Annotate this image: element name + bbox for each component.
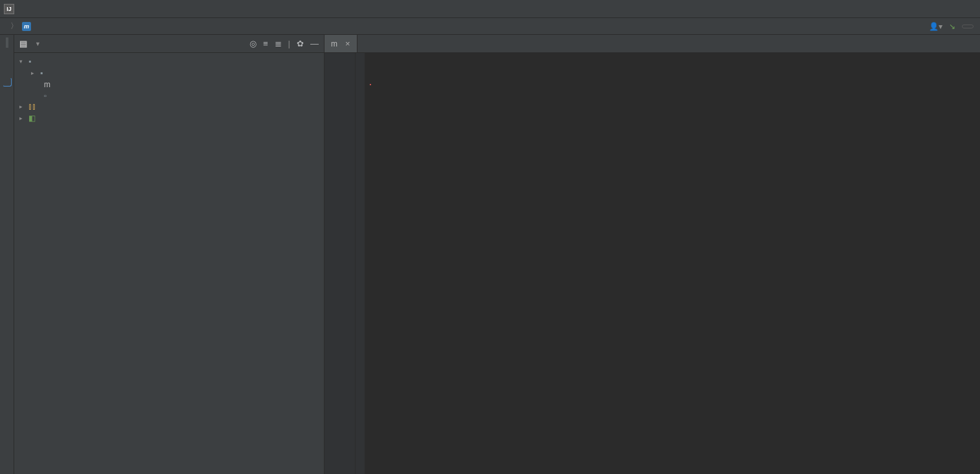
user-icon[interactable]: 👤▾ <box>929 22 943 31</box>
ide-logo-icon: IJ <box>4 4 14 14</box>
folder-icon: ▪ <box>28 57 31 66</box>
hide-icon[interactable]: — <box>310 39 319 48</box>
left-toolbar <box>0 35 14 474</box>
run-icon[interactable]: ↘ <box>949 22 955 31</box>
project-tree[interactable]: ▾ ▪ ▸ ▪ m ▫ ▸ ⫿⫿ <box>14 53 324 127</box>
code-content[interactable] <box>365 53 980 474</box>
left-tab-alibaba[interactable] <box>6 61 8 71</box>
tree-root[interactable]: ▾ ▪ <box>14 56 324 67</box>
maven-file-icon: m <box>44 80 50 89</box>
editor-tabs: m × <box>325 35 980 53</box>
maven-file-icon: m <box>22 22 31 31</box>
tree-pom[interactable]: m <box>14 79 324 90</box>
library-icon: ⫿⫿ <box>28 102 36 111</box>
locate-icon[interactable]: ◎ <box>250 39 257 48</box>
settings-icon[interactable]: ✿ <box>297 39 304 48</box>
project-sidebar: ▤ ▼ ◎ ≡ ≣ | ✿ — ▾ ▪ ▸ ▪ <box>14 35 325 474</box>
highlight-box <box>370 84 371 85</box>
breadcrumb-bar: 〉 m 👤▾ ↘ <box>0 18 980 35</box>
tree-scratch[interactable]: ▸ ◧ <box>14 112 324 124</box>
tree-external-libs[interactable]: ▸ ⫿⫿ <box>14 101 324 112</box>
code-editor[interactable] <box>325 53 980 474</box>
dropdown-icon[interactable]: ▼ <box>35 41 41 47</box>
fold-gutter <box>356 53 365 474</box>
left-tab-project[interactable] <box>6 37 8 48</box>
add-configuration-button[interactable] <box>962 25 974 28</box>
alibaba-cloud-icon[interactable] <box>3 77 12 87</box>
scratch-icon: ◧ <box>28 114 36 123</box>
folder-icon: ▪ <box>40 68 43 77</box>
file-icon: ▫ <box>44 92 47 99</box>
close-icon[interactable]: × <box>345 39 350 48</box>
collapse-icon[interactable]: ≣ <box>275 39 282 48</box>
expand-icon[interactable]: ≡ <box>263 39 268 48</box>
maven-file-icon: m <box>331 39 337 48</box>
breadcrumb-file[interactable]: m <box>22 22 34 31</box>
tree-src[interactable]: ▸ ▪ <box>14 67 324 79</box>
tree-iml[interactable]: ▫ <box>14 90 324 101</box>
editor-tab-pom[interactable]: m × <box>325 35 357 52</box>
menubar: IJ <box>0 0 980 18</box>
project-tool-icon: ▤ <box>19 39 27 48</box>
line-gutter <box>325 53 356 474</box>
chevron-right-icon: 〉 <box>10 21 18 32</box>
